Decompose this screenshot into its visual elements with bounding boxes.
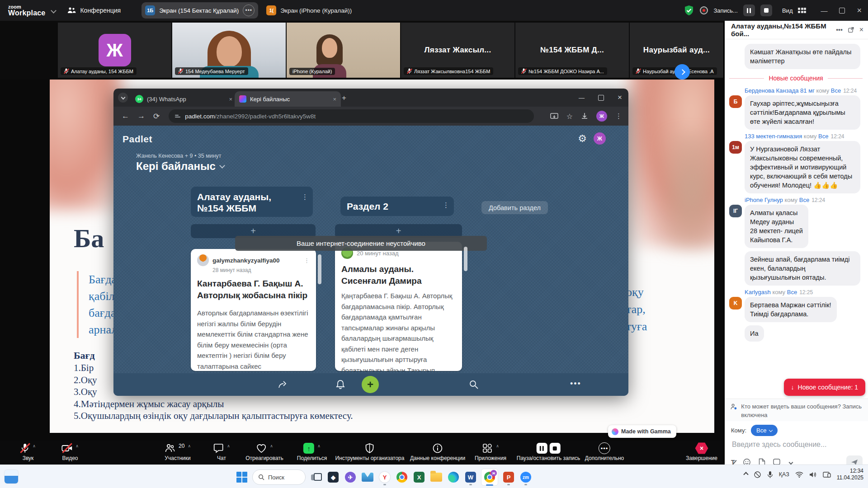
padlet-avatar[interactable]: Ж [594, 132, 606, 145]
new-tab-button[interactable]: + [342, 94, 346, 103]
chat-caret[interactable]: ∧ [227, 444, 230, 448]
padlet-card[interactable]: 20 минут назад Алмалы ауданы. Сисенғали … [335, 242, 462, 371]
participant-tile[interactable]: Ж Алатау ауданы, 154 ЖББМ [58, 23, 171, 78]
bookmark-star-icon[interactable]: ☆ [566, 112, 573, 121]
add-section-button[interactable]: Добавить раздел [481, 201, 548, 214]
share-screen-button[interactable]: ↑∧ Поделиться [297, 443, 327, 461]
end-meeting-button[interactable]: × Завершение [686, 443, 717, 461]
bell-icon[interactable] [335, 379, 346, 390]
security-shield-icon[interactable] [684, 5, 694, 16]
powerpoint-icon[interactable]: P [502, 469, 515, 485]
clock[interactable]: 12:34 11.04.2025 [837, 468, 863, 481]
download-icon[interactable] [581, 113, 588, 120]
back-icon[interactable]: ← [122, 112, 129, 121]
word-icon[interactable]: W [464, 469, 477, 485]
chevron-down-icon[interactable] [788, 460, 793, 465]
notifications-off-icon[interactable] [754, 471, 761, 479]
browser-tab-padlet[interactable]: Кері байланыс × [235, 91, 341, 107]
forward-icon[interactable]: → [137, 112, 145, 121]
more-button[interactable]: ••• Дополнительно [585, 443, 624, 461]
participant-tile-active-speaker[interactable]: iPhone (Куралай) [287, 23, 400, 78]
pause-stop-recording-button[interactable]: Пауза/остановить запись [517, 443, 580, 461]
pause-icon[interactable] [536, 443, 547, 454]
tray-expand-icon[interactable] [743, 472, 748, 477]
maximize-button[interactable] [839, 8, 845, 14]
stop-recording-button[interactable] [760, 5, 772, 16]
new-message-button[interactable]: ↓ Новое сообщение: 1 [784, 379, 865, 396]
view-grid-icon[interactable] [798, 8, 806, 13]
search-icon[interactable] [468, 379, 479, 390]
padlet-card[interactable]: galymzhankyzyalfiya00 ⋮ 28 минут назад К… [191, 249, 316, 371]
browser-tab-whatsapp[interactable]: 34 (34) WhatsApp × [131, 91, 237, 107]
mic-tray-icon[interactable] [767, 471, 773, 479]
close-button[interactable]: × [857, 6, 862, 15]
video-button[interactable]: ∧ Видео [61, 443, 79, 461]
share-caret[interactable]: ∧ [317, 444, 321, 448]
audio-options-caret[interactable]: ∧ [33, 444, 36, 448]
apps-caret[interactable]: ∧ [496, 444, 499, 448]
zoom-app-icon[interactable]: zm [519, 469, 533, 485]
tab-close-icon[interactable]: × [229, 96, 232, 103]
column-scrollbar[interactable] [464, 247, 467, 271]
screen1-more-icon[interactable]: ••• [243, 5, 255, 16]
chevron-down-icon[interactable] [51, 8, 57, 14]
widgets-icon[interactable] [5, 470, 18, 483]
host-tools-button[interactable]: Инструменты организатора [335, 443, 405, 461]
message-input[interactable] [731, 440, 858, 449]
tab-search-icon[interactable] [118, 93, 128, 103]
tab-meeting[interactable]: Конференция [67, 7, 121, 14]
volume-icon[interactable] [809, 471, 817, 478]
screen-recording-icon[interactable] [823, 471, 831, 478]
recipient-selector[interactable]: Все [751, 425, 778, 436]
participant-tile[interactable]: 154 Медеубаева Меруерт [172, 23, 286, 78]
share-icon[interactable] [277, 379, 288, 390]
browser-minimize-button[interactable]: — [579, 94, 585, 101]
stop-icon[interactable] [549, 443, 560, 454]
minimize-button[interactable]: — [821, 7, 827, 14]
wifi-icon[interactable] [795, 471, 803, 478]
browser-close-button[interactable]: × [618, 93, 622, 102]
app-icon-dark[interactable]: ◆ [326, 469, 340, 485]
section-header-2[interactable]: Раздел 2⋮ [340, 197, 454, 216]
start-button[interactable] [235, 469, 249, 485]
next-participants-button[interactable] [675, 64, 690, 80]
add-post-button[interactable]: + [362, 376, 379, 393]
file-explorer-icon[interactable] [429, 469, 443, 485]
react-caret[interactable]: ∧ [270, 444, 273, 448]
chrome-active-profile-icon[interactable]: Ж [481, 469, 498, 486]
yandex-browser-icon[interactable]: Y [378, 469, 392, 485]
section-header-1[interactable]: Алатау ауданы, №154 ЖББМ⋮ [191, 187, 313, 217]
gear-icon[interactable]: ⚙ [578, 133, 587, 145]
padlet-logo[interactable]: Padlet [123, 134, 152, 145]
search-input[interactable]: Поиск [252, 469, 306, 485]
chat-button[interactable]: ∧ Чат [213, 443, 230, 461]
site-settings-icon[interactable] [175, 115, 180, 117]
task-view-icon[interactable] [309, 469, 323, 485]
section-menu-icon[interactable]: ⋮ [302, 191, 308, 202]
save-page-icon[interactable] [550, 113, 558, 120]
tab-screen-share-2[interactable]: 1( Экран (iPhone (Куралай)) [266, 5, 352, 15]
browser-menu-icon[interactable]: ⋮ [615, 112, 622, 120]
chrome-icon[interactable] [395, 469, 409, 485]
react-button[interactable]: ∧ Отреагировать [245, 443, 283, 461]
chat-close-icon[interactable]: × [859, 26, 863, 34]
participant-tile[interactable]: №154 ЖББМ Д... №154 ЖББМ ДОіЖО Назира А.… [515, 23, 629, 78]
more-options-icon[interactable]: ••• [570, 379, 581, 389]
reload-icon[interactable]: ⟳ [153, 112, 160, 121]
language-indicator[interactable]: ҚАЗ [779, 471, 789, 478]
tab-screen-share-1[interactable]: 1Б Экран (154 Бектас Құралай) ••• [142, 2, 258, 19]
board-title[interactable]: Кері байланыс [136, 160, 224, 173]
made-with-gamma-badge[interactable]: Made with Gamma [608, 425, 676, 438]
chat-more-icon[interactable]: ••• [836, 26, 843, 33]
apps-button[interactable]: ∧ Приложения [475, 443, 506, 461]
tab-close-icon[interactable]: × [333, 96, 336, 103]
browser-maximize-button[interactable] [598, 95, 604, 101]
video-options-caret[interactable]: ∧ [75, 444, 79, 448]
view-button[interactable]: Вид [782, 7, 793, 14]
card-menu-icon[interactable]: ⋮ [304, 257, 310, 264]
address-bar[interactable]: padlet.com/zhanel2992/padlet-vdh5r6ltakv… [169, 109, 534, 123]
mail-icon[interactable] [361, 469, 374, 485]
participant-tile[interactable]: Ляззат Жаксыл... Ляззат Жаксылвковна154 … [401, 23, 514, 78]
audio-button[interactable]: ∧ Звук [20, 443, 36, 461]
participants-caret[interactable]: ∧ [188, 444, 191, 448]
